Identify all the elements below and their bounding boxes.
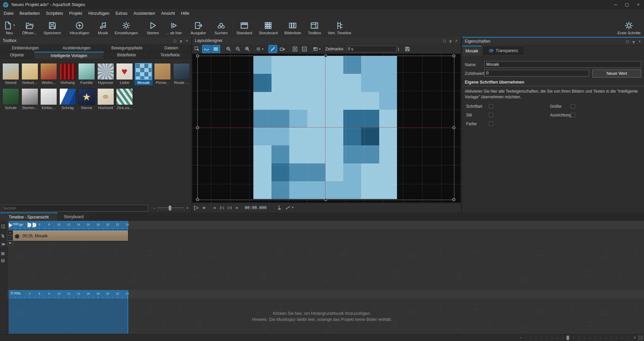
image-track-ruler[interactable]: 24681012141618202224 min bbox=[7, 221, 644, 230]
save-timemark-icon[interactable] bbox=[403, 45, 412, 53]
template-vorhang[interactable]: Vorhang bbox=[59, 63, 77, 85]
music-hint-line1[interactable]: Klicken Sie hier, um Hintergrundmusik hi… bbox=[0, 311, 644, 316]
selection-handle[interactable] bbox=[452, 54, 455, 57]
toolbox-tab-bildeffekte[interactable]: Bildeffekte bbox=[104, 52, 149, 59]
tab-timeline-spuransicht[interactable]: Timeline - Spuransicht bbox=[0, 212, 58, 221]
toolbar-button-öffnen-[interactable]: Öffnen... bbox=[19, 18, 40, 37]
template-schräg[interactable]: Schräg bbox=[59, 88, 77, 110]
checkbox-farbe[interactable] bbox=[489, 121, 493, 126]
track-insert-icon[interactable]: ≫ bbox=[1, 242, 6, 247]
motion-path-menu-button[interactable]: ▼ bbox=[286, 205, 294, 210]
toolbox-tab-dateien[interactable]: Dateien bbox=[152, 45, 191, 52]
skip-forward-button[interactable]: » bbox=[236, 205, 238, 210]
track-expand-icon[interactable]: ⊞ bbox=[1, 251, 5, 256]
menu-datei[interactable]: Datei bbox=[1, 9, 16, 18]
checkbox-schriftart[interactable] bbox=[489, 104, 493, 108]
close-icon[interactable]: × bbox=[637, 38, 643, 44]
float-icon[interactable]: ▢ bbox=[625, 38, 631, 44]
zoom-out-icon[interactable]: − bbox=[153, 206, 155, 210]
menu-bearbeiten[interactable]: Bearbeiten bbox=[16, 9, 43, 18]
tab-mosaik[interactable]: Mosaik bbox=[462, 46, 482, 56]
add-keyframe-button[interactable] bbox=[291, 45, 299, 53]
menu-ansicht[interactable]: Ansicht bbox=[158, 9, 178, 18]
search-input[interactable] bbox=[1, 205, 148, 211]
select-tool-button[interactable] bbox=[193, 45, 201, 53]
template-hochzeit[interactable]: ⚭Hochzeit bbox=[97, 88, 115, 110]
close-button[interactable]: × bbox=[633, 0, 644, 9]
selection-handle[interactable] bbox=[452, 126, 455, 129]
list-view-button[interactable] bbox=[211, 45, 220, 53]
selection-handle[interactable] bbox=[196, 198, 199, 201]
selection-handle[interactable] bbox=[196, 54, 199, 57]
insert-mode-button[interactable]: ⋯ bbox=[7, 236, 13, 240]
remove-keyframe-button[interactable] bbox=[300, 45, 309, 53]
checkbox-ausrichtung[interactable] bbox=[571, 113, 575, 117]
minimize-button[interactable]: ─ bbox=[610, 0, 621, 9]
float-icon[interactable]: ▢ bbox=[441, 38, 447, 44]
corner-resize-box[interactable] bbox=[638, 336, 643, 340]
toolbar-button-speichern[interactable]: Speichern bbox=[40, 18, 64, 37]
random-value-field[interactable] bbox=[484, 70, 589, 77]
template-liebe[interactable]: ♥Liebe bbox=[115, 63, 134, 85]
checkbox-größe[interactable] bbox=[571, 104, 575, 108]
skip-back-button[interactable]: « bbox=[213, 205, 216, 210]
toolbox-tab-texteffekte[interactable]: Texteffekte bbox=[149, 52, 191, 59]
template-hypnose[interactable]: Hypnose bbox=[97, 63, 115, 85]
grid-toggle-button[interactable]: ▼ bbox=[256, 45, 264, 53]
track-display-icon[interactable]: ◫ bbox=[1, 224, 5, 229]
play-button[interactable]: ▷ bbox=[194, 204, 199, 211]
zoom-fit-button[interactable] bbox=[243, 45, 252, 53]
toolbar-button-bilderliste[interactable]: Bilderliste bbox=[281, 18, 304, 37]
timeline-clip-mosaik[interactable]: 00:25, Mosaik bbox=[13, 230, 128, 241]
zeitmarke-input[interactable] bbox=[346, 46, 397, 52]
menu-extras[interactable]: Extras bbox=[112, 9, 130, 18]
append-mode-button[interactable]: ≫ bbox=[7, 241, 13, 245]
track-collapse-icon[interactable]: ⊟ bbox=[1, 258, 5, 263]
zoom-slider-handle[interactable] bbox=[566, 336, 569, 340]
zoom-out-button[interactable] bbox=[234, 45, 242, 53]
go-to-start-button[interactable]: |◁ bbox=[220, 205, 224, 210]
toolbar-button-starten[interactable]: Starten bbox=[143, 18, 162, 37]
play-from-timemark-button[interactable]: ⊳ bbox=[203, 205, 206, 210]
toolbar-button-neu[interactable]: ▼Neu bbox=[0, 18, 19, 37]
menu-projekt[interactable]: Projekt bbox=[66, 9, 85, 18]
toolbox-tab-ausblendungen[interactable]: Ausblendungen bbox=[51, 45, 102, 52]
template-familie[interactable]: Familie bbox=[78, 63, 96, 85]
track-wizard-icon[interactable]: ⇅ bbox=[1, 234, 5, 239]
template-strand[interactable]: Strand bbox=[2, 63, 20, 85]
selection-handle[interactable] bbox=[324, 198, 327, 201]
menu-hinzufügen[interactable]: Hinzufügen bbox=[85, 9, 112, 18]
name-field[interactable] bbox=[484, 61, 641, 68]
zoom-in-icon[interactable]: + bbox=[186, 206, 189, 210]
template-geburt[interactable]: Geburt... bbox=[21, 63, 39, 85]
float-icon[interactable]: ▢ bbox=[172, 38, 178, 44]
toolbar-button--ab-hier[interactable]: ... ab hier bbox=[162, 18, 185, 37]
menu-scriptlets[interactable]: Scriptlets bbox=[43, 9, 66, 18]
playhead-flag-icon[interactable] bbox=[9, 223, 12, 228]
selection-handle[interactable] bbox=[324, 54, 327, 57]
toolbar-button-standard[interactable]: Standard bbox=[233, 18, 255, 37]
checkbox-stil[interactable] bbox=[489, 113, 493, 117]
toolbox-tab-einblendungen[interactable]: Einblendungen bbox=[0, 45, 51, 52]
music-track-ruler[interactable]: 24681012141618202224 0 min bbox=[7, 290, 644, 299]
template-stumm[interactable]: Stumm... bbox=[21, 88, 39, 110]
menu-assistenten[interactable]: Assistenten bbox=[131, 9, 158, 18]
zoom-out-icon[interactable]: − bbox=[519, 335, 522, 340]
template-weihn[interactable]: Weihn... bbox=[40, 63, 58, 85]
toolbar-button-erste-schritte[interactable]: Erste Schritte bbox=[614, 18, 644, 37]
toolbar-button-storyboard[interactable]: Storyboard bbox=[255, 18, 281, 37]
motion-path-button[interactable] bbox=[268, 45, 277, 53]
zoom-slider[interactable] bbox=[157, 206, 184, 210]
tab-storyboard[interactable]: Storyboard bbox=[58, 212, 90, 221]
pin-icon[interactable]: ┳ bbox=[631, 38, 637, 44]
go-to-end-button[interactable]: ▷| bbox=[228, 205, 232, 210]
zoom-in-icon[interactable]: + bbox=[634, 335, 636, 340]
selection-handle[interactable] bbox=[196, 126, 199, 129]
toolbar-button-musik[interactable]: Musik bbox=[95, 18, 111, 37]
toolbar-button-vert-timeline[interactable]: Vert. Timeline bbox=[325, 18, 355, 37]
new-value-button[interactable]: Neuer Wert bbox=[592, 69, 641, 78]
template-route[interactable]: Route ... bbox=[172, 63, 191, 85]
toolbox-tab-objekte[interactable]: Objekte bbox=[0, 52, 34, 59]
selection-rectangle[interactable] bbox=[197, 56, 454, 200]
toolbar-button-ausgabe[interactable]: Ausgabe bbox=[187, 18, 209, 37]
